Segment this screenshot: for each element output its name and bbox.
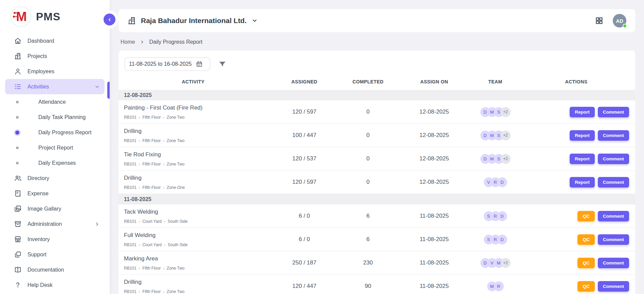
sidebar-item-label: Activities — [27, 84, 49, 90]
activity-name: Marking Area — [124, 255, 268, 262]
sidebar-subitem-project-report[interactable]: Project Report — [0, 140, 110, 155]
assigned-value: 250 / 187 — [268, 259, 341, 266]
funnel-icon — [218, 60, 226, 68]
activity-name: Drilling — [124, 128, 268, 135]
sidebar-item-label: Administration — [27, 221, 62, 227]
sidebar-item-expense[interactable]: Expense — [5, 186, 105, 201]
qc-button[interactable]: QC — [577, 281, 594, 292]
comment-button[interactable]: Comment — [598, 211, 629, 221]
team-extra-badge[interactable]: +2 — [501, 107, 511, 117]
activity-location-path: RB101›Fifth Floor›Zone One — [124, 185, 268, 190]
bullet-dot-icon — [15, 131, 19, 135]
sidebar-subitem-label: Daily Expenses — [38, 160, 76, 166]
activity-cell: Full Welding RB101›Court Yard›South Side — [118, 232, 268, 247]
report-card: 11-08-2025 to 16-08-2025 ACTIVITYASSIGNE… — [118, 51, 635, 294]
sidebar-subitem-daily-expenses[interactable]: Daily Expenses — [0, 155, 110, 171]
activity-cell: Drilling RB101›Fifth Floor›Zone One — [118, 175, 268, 190]
team-extra-badge[interactable]: +2 — [501, 154, 511, 164]
report-button[interactable]: Report — [570, 107, 595, 117]
date-group-header: 12-08-2025 — [118, 90, 635, 100]
report-button[interactable]: Report — [570, 177, 595, 188]
qc-button[interactable]: QC — [577, 234, 594, 245]
assigned-value: 6 / 0 — [268, 236, 341, 243]
table-header: ACTIVITYASSIGNEDCOMPLETEDASSIGN ONTEAMAC… — [118, 76, 635, 90]
sidebar-subitem-daily-progress-report[interactable]: Daily Progress Report — [0, 125, 110, 140]
comment-button[interactable]: Comment — [598, 177, 629, 188]
avatar-stack: DMS+2 — [480, 154, 511, 164]
sidebar-collapse-button[interactable] — [104, 14, 115, 25]
table-row: Drilling RB101›Fifth Floor›Zone Two 120 … — [118, 275, 635, 294]
column-header-activity: ACTIVITY — [118, 79, 268, 84]
chevron-right-icon: › — [139, 290, 140, 294]
actions-cell: QCComment — [517, 281, 635, 292]
team-extra-badge[interactable]: +2 — [501, 258, 511, 268]
sidebar-item-administration[interactable]: Administration — [5, 216, 105, 232]
sidebar-item-inventory[interactable]: Inventory — [5, 232, 105, 247]
comment-button[interactable]: Comment — [598, 281, 629, 292]
team-cell: DMS+2 — [473, 107, 517, 117]
home-icon — [14, 37, 22, 45]
comment-button[interactable]: Comment — [598, 234, 629, 245]
company-selector[interactable]: Raja Bahadur International Ltd. — [127, 16, 258, 25]
sidebar-item-support[interactable]: Support — [5, 247, 105, 262]
comment-button[interactable]: Comment — [598, 130, 629, 141]
brand-logo[interactable]: M PMS — [0, 0, 110, 31]
comment-button[interactable]: Comment — [598, 154, 629, 164]
filter-button[interactable] — [218, 60, 226, 68]
team-cell: VRD — [473, 177, 517, 187]
activity-cell: Marking Area RB101›Fifth Floor›Zone Two — [118, 255, 268, 271]
sidebar-subitem-label: Daily Task Planning — [38, 114, 86, 120]
people-icon — [14, 174, 22, 182]
sidebar-item-dashboard[interactable]: Dashboard — [5, 33, 105, 48]
sidebar: M PMS DashboardProjectsEmployeesActiviti… — [0, 0, 110, 294]
team-extra-badge[interactable]: +2 — [501, 131, 511, 140]
sidebar-item-label: Dashboard — [27, 38, 54, 44]
user-avatar[interactable]: AD — [613, 14, 626, 27]
actions-cell: ReportComment — [517, 177, 635, 188]
comment-button[interactable]: Comment — [598, 107, 629, 117]
sidebar-item-label: Directory — [27, 175, 49, 181]
report-button[interactable]: Report — [570, 154, 595, 164]
chevron-right-icon: › — [139, 185, 140, 190]
chevron-right-icon — [140, 40, 145, 44]
date-range-input[interactable]: 11-08-2025 to 16-08-2025 — [125, 57, 210, 71]
bullet-dot-icon — [16, 162, 19, 164]
apps-grid-button[interactable] — [595, 17, 603, 25]
sidebar-item-projects[interactable]: Projects — [5, 48, 105, 64]
date-group-header: 11-08-2025 — [118, 194, 635, 204]
assign-on-value: 11-08-2025 — [395, 213, 473, 219]
avatar-stack: DMS+2 — [480, 107, 511, 117]
sidebar-item-directory[interactable]: Directory — [5, 171, 105, 186]
sidebar-subitem-attendance[interactable]: Attendance — [0, 94, 110, 110]
chevron-right-icon: › — [163, 115, 164, 119]
completed-value: 0 — [341, 132, 395, 139]
column-header-actions: ACTIONS — [517, 79, 635, 84]
sidebar-item-label: Image Gallary — [27, 206, 61, 212]
actions-cell: QCComment — [517, 211, 635, 221]
breadcrumb-home[interactable]: Home — [121, 39, 135, 45]
column-header-assign-on: ASSIGN ON — [395, 79, 473, 84]
qc-button[interactable]: QC — [577, 258, 594, 268]
activity-name: Painting - First Coat (Fire Red) — [124, 104, 268, 111]
sidebar-item-documentation[interactable]: Documentation — [5, 262, 105, 277]
person-icon — [14, 67, 22, 75]
location-segment: RB101 — [124, 219, 136, 224]
table-row: Painting - First Coat (Fire Red) RB101›F… — [118, 100, 635, 124]
svg-text:M: M — [16, 9, 27, 24]
sidebar-item-help-desk[interactable]: Help Desk — [5, 277, 105, 293]
comment-button[interactable]: Comment — [598, 258, 629, 268]
report-button[interactable]: Report — [570, 130, 595, 141]
activity-location-path: RB101›Fifth Floor›Zone Two — [124, 138, 268, 143]
chevron-right-icon — [94, 221, 100, 227]
sidebar-subitem-daily-task-planning[interactable]: Daily Task Planning — [0, 110, 110, 125]
qc-button[interactable]: QC — [577, 211, 594, 221]
activity-location-path: RB101›Fifth Floor›Zone Two — [124, 162, 268, 166]
sidebar-item-image-gallary[interactable]: Image Gallary — [5, 201, 105, 216]
sidebar-item-employees[interactable]: Employees — [5, 64, 105, 79]
column-header-team: TEAM — [473, 79, 517, 84]
user-initials: AD — [616, 18, 623, 24]
sidebar-item-activities[interactable]: Activities — [5, 79, 105, 94]
activity-cell: Drilling RB101›Fifth Floor›Zone Two — [118, 128, 268, 143]
sidebar-subitem-label: Attendance — [38, 99, 66, 105]
location-segment: RB101 — [124, 162, 136, 166]
